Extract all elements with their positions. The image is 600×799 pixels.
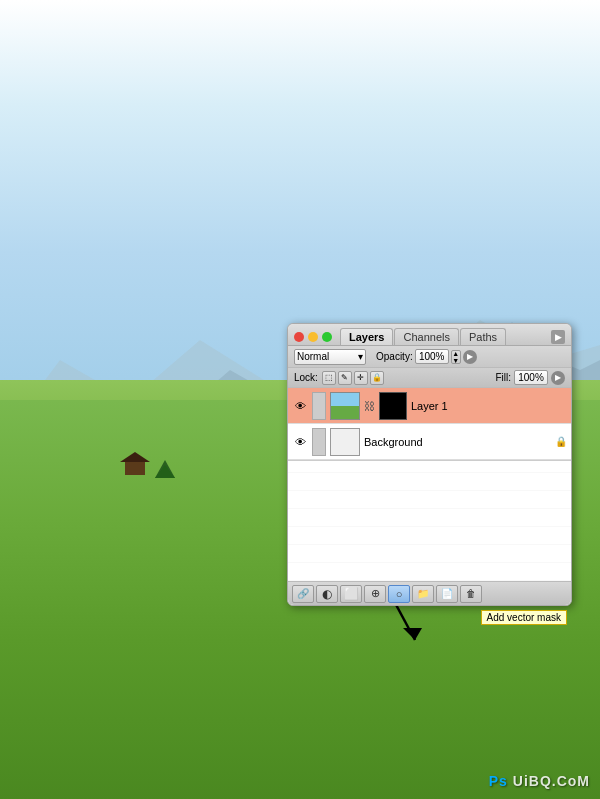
layer-1-link-box [312, 392, 326, 420]
add-vector-tooltip: Add vector mask [481, 610, 567, 625]
svg-marker-6 [120, 452, 150, 462]
layers-empty-area [288, 461, 571, 581]
link-layers-button[interactable]: 🔗 [292, 585, 314, 603]
tree [155, 460, 175, 478]
new-layer-button[interactable]: 📄 [436, 585, 458, 603]
lock-paint[interactable]: ✎ [338, 371, 352, 385]
background-visibility[interactable]: 👁 [292, 434, 308, 450]
close-button[interactable] [294, 332, 304, 342]
layer-1-thumb [330, 392, 360, 420]
fill-control: Fill: 100% ▶ [495, 370, 565, 385]
lock-icons: ⬚ ✎ ✛ 🔒 [322, 371, 384, 385]
blend-opacity-row: Normal ▾ Opacity: 100% ▲ ▼ ▶ [288, 346, 571, 368]
barn [120, 450, 150, 475]
svg-marker-8 [155, 465, 175, 478]
minimize-button[interactable] [308, 332, 318, 342]
layers-area: 👁 ⛓ Layer 1 👁 Background 🔒 [288, 388, 571, 461]
blend-mode-select[interactable]: Normal ▾ [294, 349, 366, 365]
lock-row: Lock: ⬚ ✎ ✛ 🔒 Fill: 100% ▶ [288, 368, 571, 388]
new-adjustment-button[interactable]: ⊕ [364, 585, 386, 603]
panel-tabs: Layers Channels Paths [340, 328, 551, 345]
fill-arrow[interactable]: ▶ [551, 371, 565, 385]
layer-row-1[interactable]: 👁 ⛓ Layer 1 [288, 388, 571, 424]
opacity-arrow[interactable]: ▶ [463, 350, 477, 364]
lock-all[interactable]: 🔒 [370, 371, 384, 385]
background-lock-icon: 🔒 [555, 436, 567, 447]
delete-layer-button[interactable]: 🗑 [460, 585, 482, 603]
lock-position[interactable]: ✛ [354, 371, 368, 385]
opacity-group: Opacity: 100% ▲ ▼ ▶ [376, 349, 477, 364]
layer-1-visibility[interactable]: 👁 [292, 398, 308, 414]
add-style-button[interactable]: ◐ [316, 585, 338, 603]
opacity-stepper[interactable]: ▲ ▼ [451, 350, 461, 364]
panel-menu-arrow[interactable]: ▶ [551, 330, 565, 344]
tab-paths[interactable]: Paths [460, 328, 506, 345]
layer-row-background[interactable]: 👁 Background 🔒 [288, 424, 571, 460]
layer-chain-icon: ⛓ [364, 400, 375, 412]
layer-1-name: Layer 1 [411, 400, 567, 412]
add-vector-mask-button[interactable]: ○ [388, 585, 410, 603]
maximize-button[interactable] [322, 332, 332, 342]
add-mask-button[interactable]: ⬜ [340, 585, 362, 603]
tab-layers[interactable]: Layers [340, 328, 393, 345]
lock-transparency[interactable]: ⬚ [322, 371, 336, 385]
fill-input[interactable]: 100% [514, 370, 548, 385]
panel-toolbar: 🔗 ◐ ⬜ ⊕ ○ 📁 📄 🗑 Add vector [288, 581, 571, 605]
svg-marker-10 [403, 628, 422, 640]
background-link-box [312, 428, 326, 456]
layers-panel: Layers Channels Paths ▶ Normal ▾ Opacity… [287, 323, 572, 606]
new-group-button[interactable]: 📁 [412, 585, 434, 603]
watermark: Ps UiBQ.CoM [489, 773, 590, 789]
panel-titlebar: Layers Channels Paths ▶ [288, 324, 571, 346]
svg-rect-5 [125, 462, 145, 475]
traffic-lights [294, 332, 332, 342]
background-thumb [330, 428, 360, 456]
layer-1-mask-thumb [379, 392, 407, 420]
opacity-input[interactable]: 100% [415, 349, 449, 364]
tab-channels[interactable]: Channels [394, 328, 458, 345]
background-name: Background [364, 436, 551, 448]
